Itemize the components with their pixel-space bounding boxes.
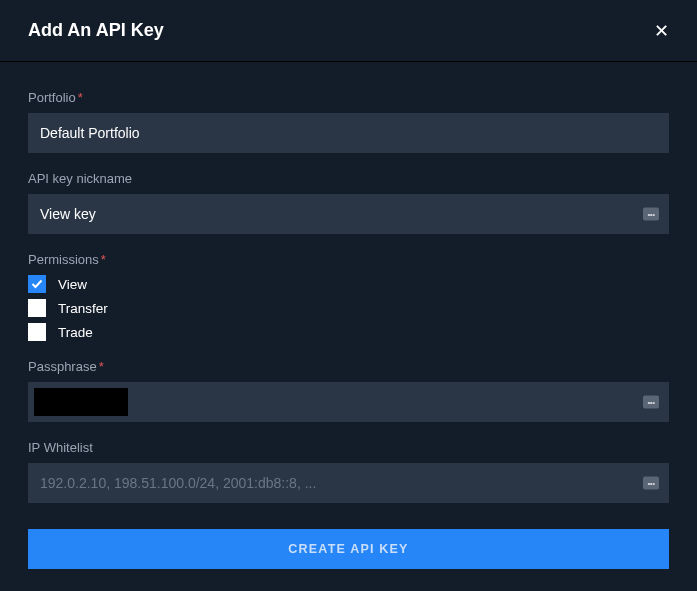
check-icon xyxy=(31,278,43,290)
checkbox-transfer xyxy=(28,299,46,317)
passphrase-redacted xyxy=(34,388,128,416)
permissions-checkboxes: View Transfer Trade xyxy=(28,275,669,341)
close-button[interactable]: ✕ xyxy=(654,22,669,40)
portfolio-group: Portfolio* xyxy=(28,90,669,153)
ipwhitelist-input-wrapper xyxy=(28,463,669,503)
ipwhitelist-input[interactable] xyxy=(28,463,669,503)
portfolio-label-text: Portfolio xyxy=(28,90,76,105)
passphrase-input-wrapper xyxy=(28,382,669,422)
permissions-group: Permissions* View Transfer Trade xyxy=(28,252,669,341)
nickname-input[interactable] xyxy=(28,194,669,234)
modal-header: Add An API Key ✕ xyxy=(0,0,697,62)
permission-transfer[interactable]: Transfer xyxy=(28,299,669,317)
required-marker: * xyxy=(101,252,106,267)
passphrase-input[interactable] xyxy=(28,382,669,422)
permission-view-label: View xyxy=(58,277,87,292)
permissions-label-text: Permissions xyxy=(28,252,99,267)
required-marker: * xyxy=(99,359,104,374)
checkbox-trade xyxy=(28,323,46,341)
close-icon: ✕ xyxy=(654,21,669,41)
nickname-group: API key nickname xyxy=(28,171,669,234)
create-api-key-button[interactable]: CREATE API KEY xyxy=(28,529,669,569)
permission-view[interactable]: View xyxy=(28,275,669,293)
modal-body: Portfolio* API key nickname Permissions*… xyxy=(0,62,697,591)
permission-transfer-label: Transfer xyxy=(58,301,108,316)
passphrase-label-text: Passphrase xyxy=(28,359,97,374)
ipwhitelist-group: IP Whitelist xyxy=(28,440,669,503)
passphrase-label: Passphrase* xyxy=(28,359,669,374)
checkbox-view xyxy=(28,275,46,293)
passphrase-group: Passphrase* xyxy=(28,359,669,422)
nickname-input-wrapper xyxy=(28,194,669,234)
permission-trade-label: Trade xyxy=(58,325,93,340)
permissions-label: Permissions* xyxy=(28,252,669,267)
ipwhitelist-label: IP Whitelist xyxy=(28,440,669,455)
required-marker: * xyxy=(78,90,83,105)
nickname-label: API key nickname xyxy=(28,171,669,186)
portfolio-label: Portfolio* xyxy=(28,90,669,105)
modal-title: Add An API Key xyxy=(28,20,164,41)
permission-trade[interactable]: Trade xyxy=(28,323,669,341)
portfolio-input[interactable] xyxy=(28,113,669,153)
